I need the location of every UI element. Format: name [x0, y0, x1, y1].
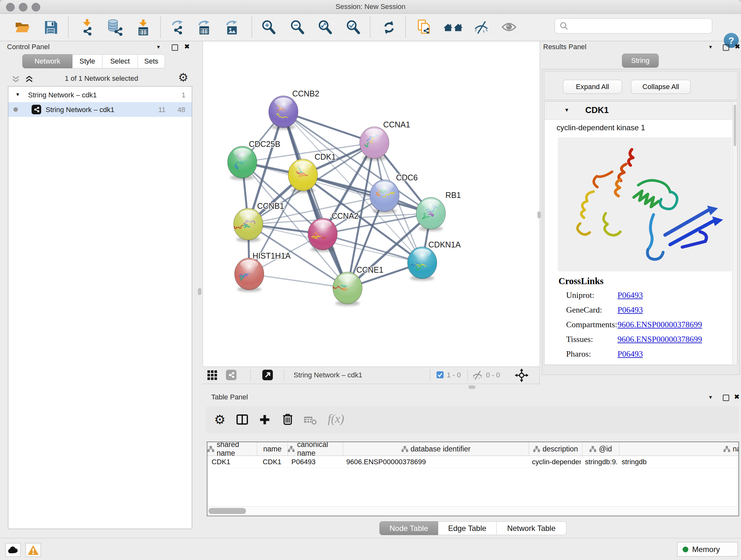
control-panel-close-icon[interactable]: ✖: [184, 43, 190, 51]
network-label: String Network – cdk1: [46, 106, 114, 114]
node-label-RB1: RB1: [446, 191, 461, 199]
save-session-icon[interactable]: [44, 20, 58, 35]
tab-node-table[interactable]: Node Table: [380, 521, 438, 535]
results-panel-float-icon[interactable]: [723, 44, 729, 52]
protein-disclosure-icon[interactable]: ▼: [564, 107, 569, 113]
function-builder-icon: f(x): [328, 412, 344, 426]
node-label-CCNB2: CCNB2: [292, 89, 320, 98]
network-node-RB1[interactable]: RB1: [416, 191, 461, 231]
table-panel-close-icon[interactable]: ✖: [734, 393, 740, 401]
table-horizontal-scrollbar[interactable]: [207, 506, 738, 516]
table-row[interactable]: CDK1CDK1P064939606.ENSP00000378699cyclin…: [207, 456, 738, 468]
search-input[interactable]: [571, 20, 707, 32]
selected-count: 1 - 0: [447, 371, 461, 379]
control-panel-menu-icon[interactable]: ▾: [157, 44, 160, 51]
tab-edge-table[interactable]: Edge Table: [438, 521, 496, 535]
expand-all-button[interactable]: Expand All: [563, 80, 622, 94]
column-header--id[interactable]: @id: [583, 442, 619, 455]
results-panel-close-icon[interactable]: ✖: [735, 43, 740, 51]
network-node-CCNB1[interactable]: CCNB1: [233, 201, 284, 242]
table-cell[interactable]: cyclin-dependent ...: [528, 456, 581, 468]
column-header-shared-name[interactable]: shared name: [207, 442, 257, 455]
network-node-CDC25B[interactable]: CDC25B: [227, 139, 280, 180]
zoom-out-icon[interactable]: [290, 20, 305, 35]
tab-select[interactable]: Select: [103, 54, 138, 68]
tab-sets[interactable]: Sets: [138, 54, 165, 68]
zoom-in-icon[interactable]: [261, 20, 276, 35]
crosslink-link[interactable]: 9606.ENSP00000378699: [617, 320, 702, 329]
import-table-icon[interactable]: [138, 19, 148, 36]
show-columns-icon[interactable]: [237, 415, 248, 425]
table-panel-menu-icon[interactable]: ▾: [709, 394, 712, 401]
tab-network-table[interactable]: Network Table: [496, 521, 566, 535]
export-table-icon[interactable]: [199, 20, 210, 35]
open-in-window-icon[interactable]: [262, 370, 273, 380]
home-networks-icon[interactable]: [443, 23, 463, 32]
crosslink-link[interactable]: P06493: [617, 349, 643, 359]
open-session-icon[interactable]: [15, 21, 30, 34]
crosslink-row: Tissues:9606.ENSP00000378699: [566, 334, 732, 348]
fit-content-crosshair-icon[interactable]: [515, 368, 529, 382]
zoom-selected-icon[interactable]: [346, 20, 360, 35]
birds-eye-grid-icon[interactable]: [207, 370, 217, 380]
table-cell[interactable]: P06493: [287, 456, 342, 468]
crosslink-link[interactable]: P06493: [617, 291, 643, 300]
crosslink-link[interactable]: 9606.ENSP00000378699: [617, 334, 702, 344]
warning-status-button[interactable]: [25, 543, 41, 557]
cloud-status-button[interactable]: [5, 543, 21, 557]
selected-nodes-checkbox-icon[interactable]: [436, 371, 444, 378]
crosslink-label: GeneCard:: [566, 305, 602, 314]
node-table: shared namenamecanonical namedatabase id…: [207, 442, 739, 516]
network-node-CCNA2[interactable]: CCNA2: [308, 211, 358, 252]
zoom-fit-icon[interactable]: [318, 20, 332, 35]
expand-all-networks-icon[interactable]: [25, 75, 33, 83]
string-style-badge-icon[interactable]: [226, 370, 237, 380]
crosslink-link[interactable]: P06493: [617, 305, 643, 315]
collection-disclosure-icon[interactable]: ▼: [15, 91, 20, 97]
column-header-database-identifier[interactable]: database identifier: [343, 442, 529, 455]
column-header-description[interactable]: description: [529, 442, 583, 455]
table-options-gear-icon[interactable]: ⚙: [214, 413, 226, 426]
refresh-icon[interactable]: [382, 20, 396, 35]
table-cell[interactable]: stringdb: [617, 456, 739, 468]
column-header-namespace[interactable]: namespace: [619, 442, 739, 455]
table-cell[interactable]: stringdb:9...: [581, 456, 617, 468]
column-header-canonical-name[interactable]: canonical name: [288, 442, 343, 455]
network-canvas[interactable]: CCNB2CCNA1CDC25BCDK1CDC6RB1CCNB1CCNA2CDK…: [203, 42, 540, 367]
column-header-name[interactable]: name: [257, 442, 288, 455]
export-image-icon[interactable]: [226, 20, 238, 35]
memory-status-dot: [683, 547, 688, 552]
show-eye-icon[interactable]: [502, 22, 516, 33]
table-cell[interactable]: CDK1: [207, 456, 257, 468]
export-network-icon[interactable]: [172, 20, 184, 35]
panel-splitter-handle[interactable]: [198, 288, 201, 295]
copy-network-icon[interactable]: [417, 19, 431, 36]
tab-string[interactable]: String: [622, 54, 659, 68]
tab-network[interactable]: Network: [22, 54, 72, 68]
memory-button[interactable]: Memory: [677, 542, 738, 557]
status-bar: Memory: [0, 538, 741, 560]
table-cell[interactable]: CDK1: [257, 456, 287, 468]
search-field[interactable]: [555, 18, 712, 34]
scrollbar-thumb[interactable]: [208, 508, 246, 514]
import-network-from-database-icon[interactable]: [105, 19, 123, 36]
collapse-all-button[interactable]: Collapse All: [631, 80, 690, 94]
control-panel-float-icon[interactable]: [172, 44, 178, 52]
import-network-icon[interactable]: [82, 19, 92, 36]
collapse-all-networks-icon[interactable]: [11, 75, 20, 83]
add-column-icon[interactable]: [259, 415, 270, 425]
column-type-icon: [590, 446, 596, 452]
network-node-HIST1H1A[interactable]: HIST1H1A: [234, 251, 291, 292]
table-cell[interactable]: 9606.ENSP00000378699: [342, 456, 528, 468]
panel-splitter-handle[interactable]: [468, 385, 475, 389]
results-panel-menu-icon[interactable]: ▾: [709, 44, 712, 51]
results-scrollbar[interactable]: [732, 102, 737, 364]
hide-labels-icon[interactable]: [474, 20, 489, 35]
network-collection-row[interactable]: ▼ String Network – cdk1 1: [8, 87, 192, 102]
tab-style[interactable]: Style: [72, 54, 103, 68]
collection-label: String Network – cdk1: [28, 91, 97, 99]
network-options-gear-icon[interactable]: ⚙: [178, 71, 188, 84]
network-row-selected[interactable]: String Network – cdk1 11 48: [8, 102, 192, 117]
table-panel-float-icon[interactable]: [723, 395, 729, 402]
delete-column-trash-icon[interactable]: [282, 413, 293, 425]
